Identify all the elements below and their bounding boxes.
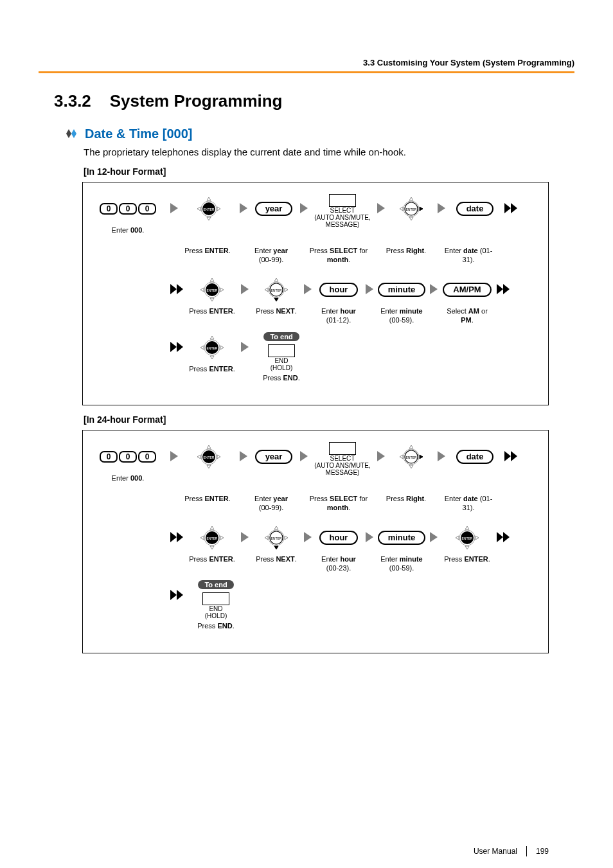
caption: Press SELECT for month. — [308, 247, 369, 266]
caption: Press ENTER. — [184, 247, 231, 266]
page-title: 3.3.2 System Programming — [39, 91, 574, 111]
caption: Press ENTER. — [189, 307, 235, 326]
caption: Press ENTER. — [444, 555, 490, 574]
keypad-digit: 0 — [138, 451, 156, 463]
arrow-icon — [170, 442, 178, 461]
select-button-icon — [329, 442, 356, 455]
enter-button-icon — [196, 444, 222, 470]
keypad-digit: 0 — [119, 203, 137, 215]
arrow-icon — [241, 523, 249, 542]
end-button-icon — [202, 592, 229, 605]
end-label: END(HOLD) — [271, 357, 292, 371]
caption: Press ENTER. — [184, 495, 231, 514]
footer-page: 199 — [536, 847, 549, 856]
diagram-24hour: 0 0 0 Enter 000. year — [82, 430, 549, 653]
arrow-icon — [430, 523, 438, 542]
arrow-icon — [240, 194, 247, 213]
year-pill: year — [255, 202, 293, 216]
keypad-digit: 0 — [138, 203, 156, 215]
arrow-icon — [240, 442, 247, 461]
enter-button-icon — [199, 335, 225, 360]
title-text: System Programming — [110, 91, 283, 111]
arrow-icon — [366, 523, 373, 542]
arrow-icon — [304, 523, 312, 542]
title-number: 3.3.2 — [54, 91, 91, 111]
caption: Enter year (00-99). — [249, 495, 294, 514]
caption: Enter 000. — [112, 474, 145, 493]
arrow-icon — [366, 275, 373, 294]
continue-arrow-icon — [170, 275, 183, 294]
select-button-icon — [329, 194, 356, 207]
continue-arrow-icon — [504, 194, 517, 213]
select-label: SELECT (AUTO ANS/MUTE, MESSAGE) — [314, 207, 371, 228]
date-pill: date — [456, 202, 494, 216]
caption: Enter minute (00-59). — [377, 555, 426, 574]
caption: Enter date (01-31). — [443, 247, 494, 266]
end-label: END(HOLD) — [205, 605, 227, 619]
caption: Enter hour (00-23). — [315, 555, 362, 574]
continue-arrow-icon — [170, 333, 183, 352]
right-button-icon — [398, 196, 424, 222]
right-button-icon — [398, 444, 424, 470]
caption: Select AM or PM. — [441, 307, 493, 326]
caption: Enter year (00-99). — [249, 247, 294, 266]
caption: Enter hour (01-12). — [315, 307, 362, 326]
next-button-icon — [263, 525, 289, 551]
arrow-icon — [304, 275, 312, 294]
continue-arrow-icon — [497, 523, 510, 542]
to-end-label: To end — [198, 580, 233, 589]
arrow-icon — [377, 194, 385, 213]
caption: Press ENTER. — [189, 365, 235, 384]
caption: Enter minute (00-59). — [377, 307, 426, 326]
hour-pill: hour — [319, 283, 359, 297]
header-rule — [39, 71, 574, 73]
continue-arrow-icon — [497, 275, 510, 294]
arrow-icon — [438, 442, 445, 461]
keypad-digit: 0 — [100, 451, 118, 463]
end-button-icon — [268, 344, 295, 357]
format-12-label: [In 12-hour Format] — [39, 166, 574, 177]
minute-pill: minute — [378, 283, 426, 297]
arrow-icon — [241, 275, 249, 294]
diagram-12hour: 0 0 0 Enter 000. year — [82, 182, 549, 405]
caption: Press NEXT. — [256, 307, 297, 326]
continue-arrow-icon — [504, 442, 517, 461]
caption: Press ENTER. — [189, 555, 235, 574]
arrow-icon — [300, 442, 308, 461]
minute-pill: minute — [378, 531, 426, 545]
enter-button-icon — [454, 525, 480, 551]
diamonds-icon — [64, 127, 78, 141]
continue-arrow-icon — [170, 523, 183, 542]
caption: Press NEXT. — [256, 555, 297, 574]
caption: Press END. — [263, 374, 299, 393]
footer-separator — [526, 846, 527, 856]
enter-button-icon — [196, 196, 222, 222]
keypad-digit: 0 — [100, 203, 118, 215]
intro-text: The proprietary telephones display the c… — [39, 146, 574, 157]
keypad-digit: 0 — [119, 451, 137, 463]
arrow-icon — [430, 275, 438, 294]
next-button-icon — [263, 277, 289, 303]
caption: Press Right. — [386, 247, 426, 266]
footer-doc: User Manual — [474, 847, 517, 856]
page-footer: User Manual 199 — [39, 846, 574, 856]
ampm-pill: AM/PM — [443, 283, 491, 297]
arrow-icon — [300, 194, 308, 213]
select-label: SELECT (AUTO ANS/MUTE, MESSAGE) — [314, 455, 371, 476]
enter-button-icon — [199, 525, 225, 551]
arrow-icon — [377, 442, 385, 461]
caption: Enter date (01-31). — [443, 495, 494, 514]
arrow-icon — [438, 194, 445, 213]
format-24-label: [In 24-hour Format] — [39, 414, 574, 425]
section-subhead: Date & Time [000] — [85, 127, 192, 141]
continue-arrow-icon — [170, 581, 183, 600]
enter-button-icon — [199, 277, 225, 303]
caption: Press Right. — [386, 495, 426, 514]
hour-pill: hour — [319, 531, 359, 545]
caption: Press SELECT for month. — [308, 495, 369, 514]
caption: Press END. — [197, 622, 234, 641]
date-pill: date — [456, 450, 494, 464]
caption: Enter 000. — [112, 226, 145, 245]
arrow-icon — [241, 333, 249, 352]
year-pill: year — [255, 450, 293, 464]
